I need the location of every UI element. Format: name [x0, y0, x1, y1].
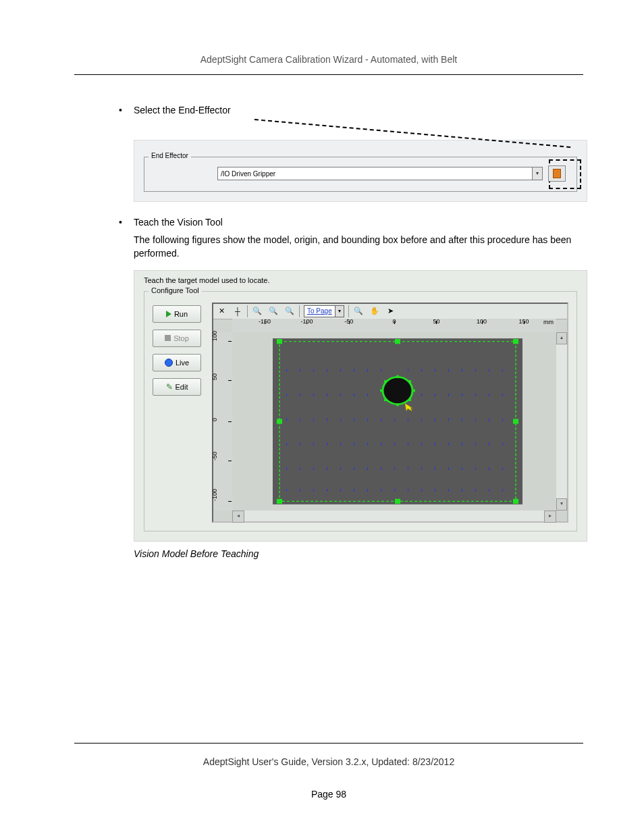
page-header-title: AdeptSight Camera Calibration Wizard - A…	[74, 54, 583, 65]
svg-rect-101	[395, 339, 400, 344]
svg-rect-9	[408, 369, 408, 371]
live-icon	[165, 359, 173, 367]
svg-rect-8	[381, 369, 381, 371]
svg-rect-53	[354, 442, 354, 445]
svg-rect-91	[408, 489, 408, 492]
svg-rect-84	[313, 489, 314, 492]
edit-button-label: Edit	[176, 383, 188, 391]
live-button[interactable]: Live	[153, 354, 201, 371]
svg-rect-27	[462, 394, 462, 396]
svg-rect-73	[394, 467, 395, 470]
svg-rect-59	[435, 442, 435, 445]
svg-rect-1	[286, 369, 287, 371]
svg-rect-74	[408, 467, 408, 470]
magnifier-icon[interactable]: 🔍	[350, 304, 367, 319]
svg-rect-31	[286, 418, 287, 421]
svg-rect-63	[489, 442, 489, 445]
svg-rect-20	[327, 394, 327, 396]
svg-rect-67	[313, 467, 314, 470]
end-effector-groupbox: End Effector /IO Driven Gripper ▾	[144, 157, 577, 192]
zoom-out-icon[interactable]: 🔍	[281, 304, 298, 319]
svg-rect-17	[286, 394, 287, 396]
svg-rect-71	[367, 467, 368, 470]
svg-rect-113	[396, 403, 399, 406]
teach-panel-title: Teach the target model used to locate.	[144, 276, 270, 284]
ruler-y-tick: 50	[211, 373, 218, 380]
svg-rect-65	[286, 467, 287, 470]
end-effector-combo[interactable]: /IO Driven Gripper ▾	[217, 167, 543, 180]
svg-rect-85	[327, 489, 327, 492]
svg-rect-70	[354, 467, 354, 470]
svg-rect-2	[300, 369, 300, 371]
svg-rect-52	[340, 442, 341, 445]
svg-rect-86	[340, 489, 341, 492]
stop-button[interactable]: Stop	[153, 330, 201, 347]
svg-rect-115	[380, 389, 383, 392]
footer-text: AdeptSight User's Guide, Version 3.2.x, …	[74, 756, 583, 767]
scroll-up-icon[interactable]: ▴	[556, 332, 567, 344]
model-plot[interactable]	[232, 332, 556, 511]
svg-rect-62	[475, 442, 476, 445]
svg-rect-12	[448, 369, 449, 371]
svg-rect-61	[462, 442, 462, 445]
footer-rule	[74, 743, 583, 744]
svg-rect-82	[286, 489, 287, 492]
chevron-down-icon[interactable]: ▾	[532, 167, 542, 180]
svg-rect-79	[475, 467, 476, 470]
svg-rect-104	[513, 419, 518, 423]
svg-rect-55	[381, 442, 381, 445]
svg-rect-88	[367, 489, 368, 492]
horizontal-scrollbar[interactable]: ◂ ▸	[232, 510, 556, 521]
svg-rect-89	[381, 489, 381, 492]
chevron-down-icon[interactable]: ▾	[335, 306, 344, 317]
svg-rect-98	[502, 489, 503, 492]
svg-rect-102	[513, 339, 518, 344]
stop-icon	[165, 335, 171, 341]
svg-rect-75	[421, 467, 422, 470]
run-button[interactable]: Run	[153, 305, 201, 323]
vertical-scrollbar[interactable]: ▴ ▾	[556, 332, 567, 511]
end-effector-panel: End Effector /IO Driven Gripper ▾	[134, 140, 587, 202]
svg-rect-96	[475, 489, 476, 492]
svg-rect-28	[475, 394, 476, 396]
svg-rect-111	[412, 389, 415, 392]
pointer-icon[interactable]: ➤	[383, 304, 399, 319]
svg-rect-6	[354, 369, 354, 371]
svg-rect-95	[462, 489, 462, 492]
live-button-label: Live	[176, 359, 189, 367]
svg-rect-45	[475, 418, 476, 421]
end-effector-delete-button[interactable]	[548, 165, 566, 182]
svg-rect-7	[367, 369, 368, 371]
scroll-down-icon[interactable]: ▾	[556, 498, 567, 511]
svg-rect-10	[421, 369, 422, 371]
toolbar-separator-3	[348, 305, 349, 317]
scroll-left-icon[interactable]: ◂	[232, 511, 244, 523]
svg-rect-92	[421, 489, 422, 492]
callout-line	[254, 119, 570, 148]
svg-rect-106	[395, 498, 400, 503]
svg-rect-11	[435, 369, 435, 371]
svg-rect-114	[384, 398, 387, 401]
to-page-combo-label: To Page	[304, 307, 335, 315]
svg-rect-80	[489, 467, 489, 470]
zoom-reset-icon[interactable]: 🔍	[265, 304, 281, 319]
end-effector-legend: End Effector	[149, 152, 191, 159]
svg-rect-87	[354, 489, 354, 492]
scroll-right-icon[interactable]: ▸	[544, 511, 556, 523]
svg-rect-16	[502, 369, 503, 371]
crosshair-icon[interactable]: ┼	[230, 304, 246, 319]
to-page-combo[interactable]: To Page ▾	[304, 305, 344, 317]
ruler-y-tick: 100	[211, 331, 218, 341]
run-button-label: Run	[174, 310, 188, 318]
svg-rect-4	[327, 369, 327, 371]
zoom-in-icon[interactable]: 🔍	[249, 304, 265, 319]
svg-rect-94	[448, 489, 449, 492]
svg-rect-38	[381, 418, 381, 421]
svg-rect-48	[286, 442, 287, 445]
hand-icon[interactable]: ✋	[367, 304, 383, 319]
edit-button[interactable]: ✎ Edit	[153, 378, 201, 396]
configure-tool-legend: Configure Tool	[149, 286, 202, 294]
svg-rect-107	[513, 498, 518, 503]
trash-icon	[553, 169, 561, 178]
tools-icon[interactable]: ✕	[213, 304, 230, 319]
